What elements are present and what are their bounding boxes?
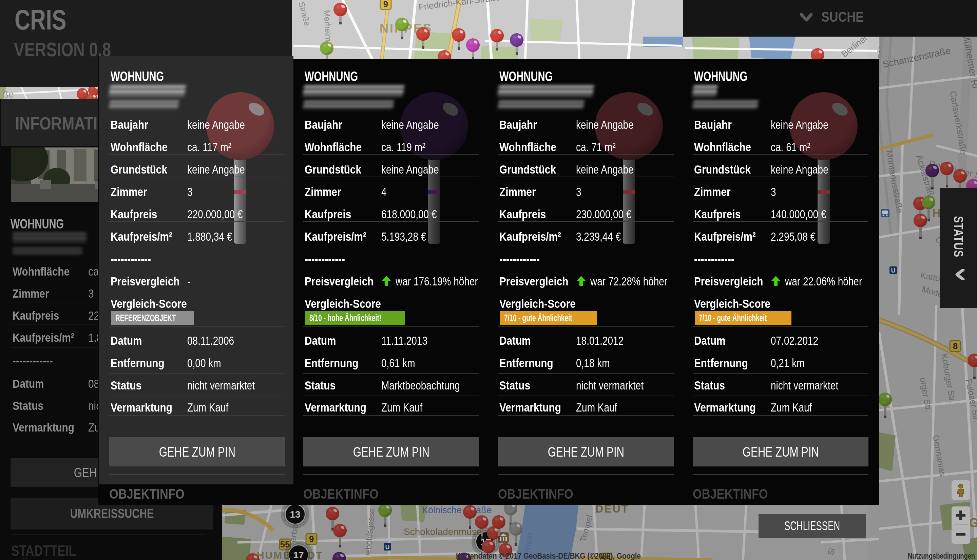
svg-text:9: 9 bbox=[383, 0, 388, 9]
svg-text:ße: ße bbox=[3, 89, 14, 100]
